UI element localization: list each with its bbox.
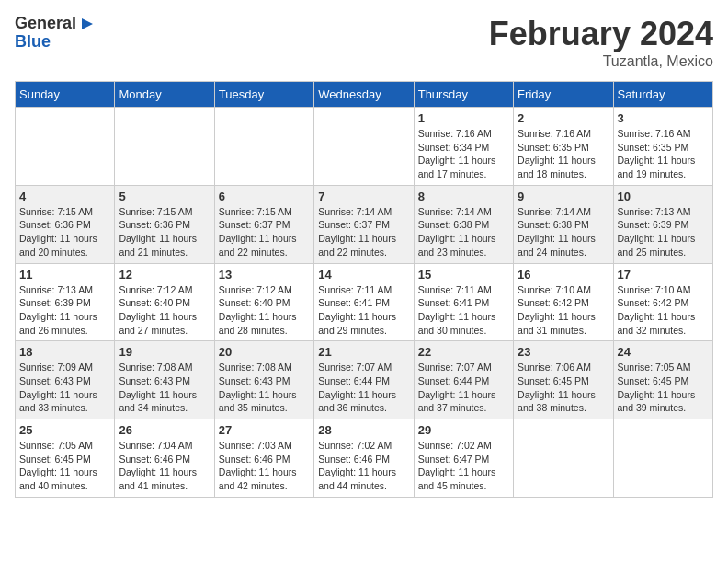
calendar-cell — [115, 108, 214, 186]
day-info: Sunrise: 7:16 AMSunset: 6:35 PMDaylight:… — [518, 127, 609, 181]
header-day-thursday: Thursday — [414, 82, 513, 108]
day-info: Sunrise: 7:07 AMSunset: 6:44 PMDaylight:… — [318, 361, 409, 415]
calendar-cell: 19 Sunrise: 7:08 AMSunset: 6:43 PMDaylig… — [115, 341, 214, 419]
day-number: 9 — [518, 190, 609, 203]
day-number: 13 — [219, 268, 310, 282]
day-info: Sunrise: 7:15 AMSunset: 6:36 PMDaylight:… — [19, 205, 110, 259]
calendar-cell: 12 Sunrise: 7:12 AMSunset: 6:40 PMDaylig… — [115, 263, 214, 341]
day-number: 7 — [318, 190, 409, 203]
day-info: Sunrise: 7:04 AMSunset: 6:46 PMDaylight:… — [119, 439, 210, 493]
day-number: 12 — [119, 268, 210, 282]
day-number: 20 — [219, 345, 310, 359]
calendar-cell: 24 Sunrise: 7:05 AMSunset: 6:45 PMDaylig… — [613, 341, 712, 419]
day-info: Sunrise: 7:08 AMSunset: 6:43 PMDaylight:… — [219, 361, 310, 415]
day-info: Sunrise: 7:15 AMSunset: 6:37 PMDaylight:… — [219, 205, 310, 259]
day-number: 14 — [318, 268, 409, 282]
day-info: Sunrise: 7:12 AMSunset: 6:40 PMDaylight:… — [119, 283, 210, 338]
calendar-cell: 13 Sunrise: 7:12 AMSunset: 6:40 PMDaylig… — [214, 263, 313, 341]
calendar-cell: 18 Sunrise: 7:09 AMSunset: 6:43 PMDaylig… — [16, 341, 115, 419]
day-info: Sunrise: 7:06 AMSunset: 6:45 PMDaylight:… — [518, 361, 609, 415]
calendar-cell: 17 Sunrise: 7:10 AMSunset: 6:42 PMDaylig… — [613, 263, 712, 341]
calendar-cell: 7 Sunrise: 7:14 AMSunset: 6:37 PMDayligh… — [314, 185, 414, 263]
header-day-tuesday: Tuesday — [214, 82, 313, 108]
day-number: 29 — [418, 423, 509, 437]
svg-marker-0 — [82, 18, 93, 29]
calendar-week-1: 1 Sunrise: 7:16 AMSunset: 6:34 PMDayligh… — [16, 108, 713, 186]
day-info: Sunrise: 7:05 AMSunset: 6:45 PMDaylight:… — [19, 439, 110, 493]
day-number: 17 — [618, 268, 709, 282]
calendar-cell — [314, 108, 414, 186]
calendar-cell: 29 Sunrise: 7:02 AMSunset: 6:47 PMDaylig… — [414, 419, 513, 498]
calendar-cell — [613, 419, 712, 498]
calendar-cell — [214, 108, 313, 186]
calendar-week-4: 18 Sunrise: 7:09 AMSunset: 6:43 PMDaylig… — [16, 341, 713, 419]
day-number: 6 — [219, 190, 310, 203]
day-info: Sunrise: 7:10 AMSunset: 6:42 PMDaylight:… — [618, 283, 709, 338]
header: General Blue February 2024 Tuzantla, Mex… — [15, 15, 713, 70]
day-info: Sunrise: 7:16 AMSunset: 6:34 PMDaylight:… — [418, 127, 509, 181]
day-info: Sunrise: 7:03 AMSunset: 6:46 PMDaylight:… — [219, 439, 310, 493]
header-day-friday: Friday — [514, 82, 613, 108]
header-day-saturday: Saturday — [613, 82, 712, 108]
day-info: Sunrise: 7:13 AMSunset: 6:39 PMDaylight:… — [19, 283, 110, 338]
day-number: 23 — [518, 345, 609, 359]
calendar-cell: 23 Sunrise: 7:06 AMSunset: 6:45 PMDaylig… — [514, 341, 613, 419]
calendar-cell: 21 Sunrise: 7:07 AMSunset: 6:44 PMDaylig… — [314, 341, 414, 419]
calendar-cell: 28 Sunrise: 7:02 AMSunset: 6:46 PMDaylig… — [314, 419, 414, 498]
day-number: 8 — [418, 190, 509, 203]
day-info: Sunrise: 7:07 AMSunset: 6:44 PMDaylight:… — [418, 361, 509, 415]
day-info: Sunrise: 7:14 AMSunset: 6:37 PMDaylight:… — [318, 205, 409, 259]
calendar-cell: 1 Sunrise: 7:16 AMSunset: 6:34 PMDayligh… — [414, 108, 513, 186]
day-number: 22 — [418, 345, 509, 359]
calendar-cell: 15 Sunrise: 7:11 AMSunset: 6:41 PMDaylig… — [414, 263, 513, 341]
day-number: 5 — [119, 190, 210, 203]
calendar-cell: 9 Sunrise: 7:14 AMSunset: 6:38 PMDayligh… — [514, 185, 613, 263]
day-number: 18 — [19, 345, 110, 359]
day-info: Sunrise: 7:02 AMSunset: 6:47 PMDaylight:… — [418, 439, 509, 493]
day-info: Sunrise: 7:02 AMSunset: 6:46 PMDaylight:… — [318, 439, 409, 493]
calendar-cell: 11 Sunrise: 7:13 AMSunset: 6:39 PMDaylig… — [16, 263, 115, 341]
day-number: 4 — [19, 190, 110, 203]
calendar-cell: 4 Sunrise: 7:15 AMSunset: 6:36 PMDayligh… — [16, 185, 115, 263]
calendar-cell: 27 Sunrise: 7:03 AMSunset: 6:46 PMDaylig… — [214, 419, 313, 498]
logo: General Blue — [15, 15, 97, 52]
calendar-cell: 2 Sunrise: 7:16 AMSunset: 6:35 PMDayligh… — [514, 108, 613, 186]
day-info: Sunrise: 7:16 AMSunset: 6:35 PMDaylight:… — [618, 127, 709, 181]
calendar-header-row: SundayMondayTuesdayWednesdayThursdayFrid… — [16, 82, 713, 108]
sub-title: Tuzantla, Mexico — [489, 53, 713, 70]
calendar-cell: 3 Sunrise: 7:16 AMSunset: 6:35 PMDayligh… — [613, 108, 712, 186]
day-number: 28 — [318, 423, 409, 437]
calendar-week-3: 11 Sunrise: 7:13 AMSunset: 6:39 PMDaylig… — [16, 263, 713, 341]
calendar-week-2: 4 Sunrise: 7:15 AMSunset: 6:36 PMDayligh… — [16, 185, 713, 263]
calendar-cell: 25 Sunrise: 7:05 AMSunset: 6:45 PMDaylig… — [16, 419, 115, 498]
day-number: 3 — [618, 111, 709, 125]
calendar-cell: 5 Sunrise: 7:15 AMSunset: 6:36 PMDayligh… — [115, 185, 214, 263]
day-number: 2 — [518, 111, 609, 125]
calendar-body: 1 Sunrise: 7:16 AMSunset: 6:34 PMDayligh… — [16, 108, 713, 498]
day-info: Sunrise: 7:11 AMSunset: 6:41 PMDaylight:… — [418, 283, 509, 338]
day-number: 26 — [119, 423, 210, 437]
calendar-cell — [16, 108, 115, 186]
day-number: 27 — [219, 423, 310, 437]
calendar-cell: 16 Sunrise: 7:10 AMSunset: 6:42 PMDaylig… — [514, 263, 613, 341]
title-area: February 2024 Tuzantla, Mexico — [489, 15, 713, 70]
calendar-cell: 8 Sunrise: 7:14 AMSunset: 6:38 PMDayligh… — [414, 185, 513, 263]
day-info: Sunrise: 7:12 AMSunset: 6:40 PMDaylight:… — [219, 283, 310, 338]
day-number: 1 — [418, 111, 509, 125]
day-info: Sunrise: 7:09 AMSunset: 6:43 PMDaylight:… — [19, 361, 110, 415]
day-info: Sunrise: 7:10 AMSunset: 6:42 PMDaylight:… — [518, 283, 609, 338]
header-day-monday: Monday — [115, 82, 214, 108]
day-number: 15 — [418, 268, 509, 282]
day-number: 10 — [618, 190, 709, 203]
day-number: 24 — [618, 345, 709, 359]
calendar-table: SundayMondayTuesdayWednesdayThursdayFrid… — [15, 81, 713, 498]
day-number: 19 — [119, 345, 210, 359]
header-day-wednesday: Wednesday — [314, 82, 414, 108]
day-info: Sunrise: 7:14 AMSunset: 6:38 PMDaylight:… — [518, 205, 609, 259]
calendar-cell: 20 Sunrise: 7:08 AMSunset: 6:43 PMDaylig… — [214, 341, 313, 419]
day-number: 25 — [19, 423, 110, 437]
day-number: 21 — [318, 345, 409, 359]
day-info: Sunrise: 7:15 AMSunset: 6:36 PMDaylight:… — [119, 205, 210, 259]
day-number: 16 — [518, 268, 609, 282]
day-info: Sunrise: 7:05 AMSunset: 6:45 PMDaylight:… — [618, 361, 709, 415]
